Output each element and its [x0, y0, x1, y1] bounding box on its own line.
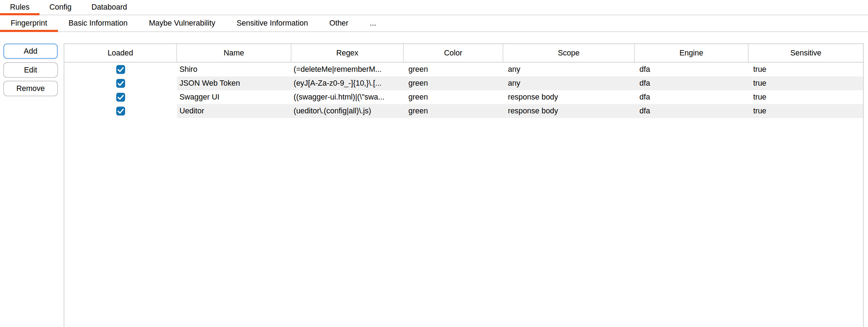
engine-cell: dfa [635, 90, 749, 104]
subtab-more[interactable]: ... [359, 15, 387, 31]
table-row[interactable]: JSON Web Token (eyJ[A-Za-z0-9_-]{10,}\.[… [64, 76, 863, 90]
tab-config-label: Config [49, 3, 71, 12]
subtab-maybe-vulnerability[interactable]: Maybe Vulnerability [138, 15, 226, 31]
subtab-maybe-vulnerability-label: Maybe Vulnerability [149, 19, 215, 28]
loaded-checkbox[interactable] [116, 107, 125, 116]
name-cell: Shiro [177, 63, 291, 76]
sensitive-cell: true [749, 76, 863, 90]
scope-cell: response body [503, 90, 635, 104]
checkmark-icon [116, 93, 125, 102]
checkmark-icon [116, 79, 125, 88]
scope-cell: any [503, 63, 635, 76]
add-button[interactable]: Add [3, 43, 58, 59]
subtab-more-label: ... [370, 19, 376, 28]
column-header-engine[interactable]: Engine [635, 44, 749, 62]
column-header-color[interactable]: Color [404, 44, 503, 62]
edit-button[interactable]: Edit [3, 62, 58, 78]
main-tab-bar: Rules Config Databoard [0, 0, 868, 15]
loaded-cell [64, 90, 177, 104]
scope-cell: any [503, 76, 635, 90]
remove-button[interactable]: Remove [3, 81, 58, 96]
subtab-other-label: Other [329, 19, 348, 28]
subtab-sensitive-information-label: Sensitive Information [237, 19, 308, 28]
subtab-basic-information[interactable]: Basic Information [58, 15, 138, 31]
column-header-regex[interactable]: Regex [291, 44, 404, 62]
table-row[interactable]: Shiro (=deleteMe|rememberM... green any … [64, 63, 863, 76]
tab-databoard[interactable]: Databoard [81, 0, 137, 15]
regex-cell: (ueditor\.(config|all)\.js) [291, 104, 404, 118]
name-cell: Swagger UI [177, 90, 291, 104]
name-cell: Ueditor [177, 104, 291, 118]
column-header-sensitive[interactable]: Sensitive [749, 44, 863, 62]
loaded-checkbox[interactable] [116, 79, 125, 88]
tab-rules[interactable]: Rules [0, 0, 39, 15]
regex-cell: (eyJ[A-Za-z0-9_-]{10,}\.[... [291, 76, 404, 90]
subtab-fingerprint[interactable]: Fingerprint [0, 15, 58, 31]
column-header-name[interactable]: Name [177, 44, 291, 62]
column-header-loaded[interactable]: Loaded [64, 44, 177, 62]
loaded-cell [64, 63, 177, 76]
tab-rules-label: Rules [10, 3, 30, 12]
sensitive-cell: true [749, 90, 863, 104]
color-cell: green [404, 76, 503, 90]
sensitive-cell: true [749, 104, 863, 118]
table-row[interactable]: Swagger UI ((swagger-ui.html)|(\"swa... … [64, 90, 863, 104]
table-header-row: Loaded Name Regex Color Scope Engine Sen… [64, 44, 863, 63]
sensitive-cell: true [749, 63, 863, 76]
loaded-checkbox[interactable] [116, 93, 125, 102]
subtab-other[interactable]: Other [318, 15, 359, 31]
loaded-cell [64, 76, 177, 90]
color-cell: green [404, 63, 503, 76]
engine-cell: dfa [635, 104, 749, 118]
regex-cell: ((swagger-ui.html)|(\"swa... [291, 90, 404, 104]
subtab-sensitive-information[interactable]: Sensitive Information [226, 15, 319, 31]
subtab-fingerprint-label: Fingerprint [11, 19, 47, 28]
loaded-cell [64, 104, 177, 118]
color-cell: green [404, 104, 503, 118]
engine-cell: dfa [635, 76, 749, 90]
name-cell: JSON Web Token [177, 76, 291, 90]
scope-cell: response body [503, 104, 635, 118]
tab-databoard-label: Databoard [91, 3, 127, 12]
checkmark-icon [116, 107, 125, 116]
tab-config[interactable]: Config [39, 0, 81, 15]
checkmark-icon [116, 65, 125, 74]
color-cell: green [404, 90, 503, 104]
engine-cell: dfa [635, 63, 749, 76]
table-row[interactable]: Ueditor (ueditor\.(config|all)\.js) gree… [64, 104, 863, 118]
loaded-checkbox[interactable] [116, 65, 125, 74]
regex-cell: (=deleteMe|rememberM... [291, 63, 404, 76]
rules-table: Loaded Name Regex Color Scope Engine Sen… [64, 43, 864, 327]
subtab-basic-information-label: Basic Information [69, 19, 128, 28]
column-header-scope[interactable]: Scope [503, 44, 635, 62]
sub-tab-bar: Fingerprint Basic Information Maybe Vuln… [0, 15, 868, 32]
